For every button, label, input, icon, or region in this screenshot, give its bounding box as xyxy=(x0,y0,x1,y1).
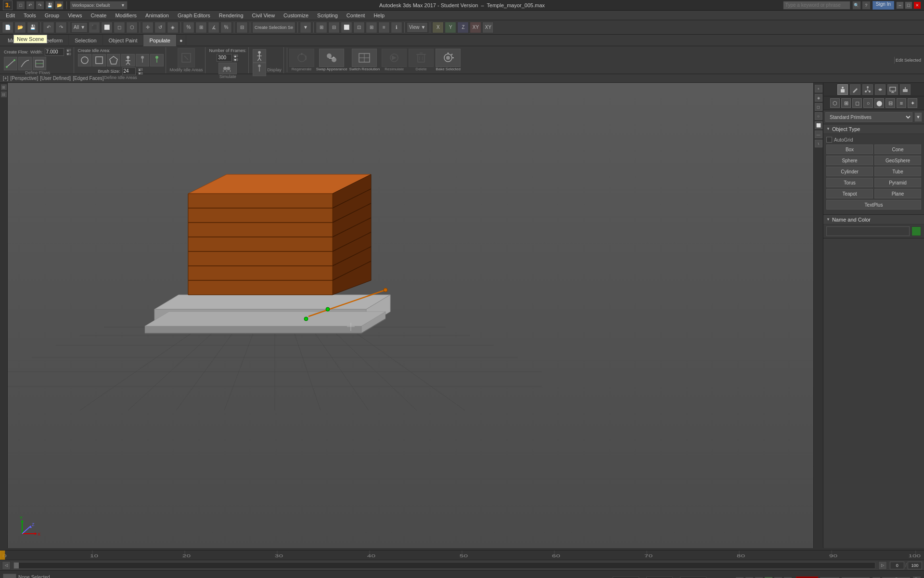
select-obj-btn[interactable]: ⬛ xyxy=(89,22,100,33)
tab-object-paint[interactable]: Object Paint xyxy=(103,35,144,46)
right-strip-btn2[interactable]: ◈ xyxy=(815,94,822,102)
display-btn1[interactable] xyxy=(253,49,266,63)
help-btn[interactable]: ? xyxy=(862,1,871,10)
menu-animation[interactable]: Animation xyxy=(141,11,173,20)
menu-help[interactable]: Help xyxy=(370,11,388,20)
geom-type-4[interactable]: ○ xyxy=(863,98,873,108)
z-axis-btn[interactable]: Z xyxy=(457,22,469,33)
bake-selected-btn[interactable] xyxy=(436,49,461,67)
select-lasso-btn[interactable]: ◻ xyxy=(114,22,125,33)
obj-btn-teapot[interactable]: Teapot xyxy=(826,189,873,198)
y-axis-btn[interactable]: Y xyxy=(445,22,456,33)
play-fwd-btn[interactable]: ▷ xyxy=(764,577,773,578)
idle-rect-btn[interactable] xyxy=(92,54,106,66)
geom-type-3[interactable]: ◻ xyxy=(852,98,862,108)
z-value[interactable]: 0.0m xyxy=(680,577,706,578)
left-icon-1[interactable]: ⊞ xyxy=(0,84,7,91)
sign-in-button[interactable]: Sign In xyxy=(873,1,894,10)
brush-spin-down[interactable]: ▼ xyxy=(138,71,143,75)
frames-spin-up[interactable]: ▲ xyxy=(233,54,239,58)
layer2-btn[interactable]: ⊟ xyxy=(328,22,340,33)
play-back-btn[interactable]: ◁ xyxy=(755,577,763,578)
selected-dropdown[interactable]: Selected ▼ xyxy=(841,577,870,578)
close-button[interactable]: ✕ xyxy=(913,1,921,9)
yz-btn[interactable]: XY xyxy=(482,22,494,33)
percent-btn[interactable]: % xyxy=(183,22,194,33)
width-spin-down[interactable]: ▼ xyxy=(66,52,72,56)
selection-filter-dropdown[interactable]: All ▼ xyxy=(71,22,88,33)
menu-scripting[interactable]: Scripting xyxy=(313,11,342,20)
cmd-tab-hierarchy[interactable] xyxy=(862,84,873,95)
workspace-dropdown[interactable]: Workspace: Default ▼ xyxy=(70,1,128,10)
scale-btn[interactable]: ◈ xyxy=(167,22,179,33)
menu-content[interactable]: Content xyxy=(343,11,369,20)
y-value[interactable]: 223.343m xyxy=(646,577,673,578)
object-type-header[interactable]: Object Type xyxy=(823,124,924,134)
name-color-header[interactable]: Name and Color xyxy=(823,215,924,224)
create-flow-edit-btn[interactable] xyxy=(33,57,46,70)
set-key-btn[interactable]: Set Key xyxy=(820,577,840,578)
obj-btn-box[interactable]: Box xyxy=(826,144,873,154)
timeline-right-btn[interactable]: ▷ xyxy=(878,561,887,570)
ribbon-btn[interactable]: ≡ xyxy=(378,22,390,33)
quick-access-new[interactable]: □ xyxy=(16,1,25,10)
layer-btn[interactable]: ⊞ xyxy=(316,22,327,33)
obj-btn-tube[interactable]: Tube xyxy=(874,167,921,176)
quick-access-save[interactable]: 💾 xyxy=(45,1,54,10)
frame-slider[interactable] xyxy=(13,562,875,569)
mini-m-icon[interactable]: M xyxy=(3,574,16,578)
tab-settings[interactable]: ● xyxy=(177,35,186,46)
cmd-tab-motion[interactable] xyxy=(875,84,886,95)
obj-btn-torus[interactable]: Torus xyxy=(826,178,873,187)
viewport-3d[interactable]: X Y Z + ◈ ◻ ○ ⬜ — \ xyxy=(8,83,823,548)
right-strip-btn7[interactable]: \ xyxy=(815,140,822,147)
x-value[interactable]: 340.914m xyxy=(613,577,639,578)
search-timeline-btn[interactable]: 🔍 xyxy=(912,576,921,578)
menu-views[interactable]: Views xyxy=(64,11,86,20)
quick-access-redo[interactable]: ↷ xyxy=(36,1,44,10)
standard-primitives-dropdown[interactable]: Standard Primitives xyxy=(825,112,912,122)
switch-resolution-btn[interactable] xyxy=(352,49,377,67)
geom-type-8[interactable]: ✦ xyxy=(908,98,917,108)
snap-btn[interactable]: ⊞ xyxy=(195,22,207,33)
brush-spin-up[interactable]: ▲ xyxy=(138,67,143,71)
idle-poly-btn[interactable] xyxy=(107,54,120,66)
simulate-btn[interactable] xyxy=(218,63,237,74)
new-scene-btn[interactable]: 📄 xyxy=(2,22,13,33)
x-axis-btn[interactable]: X xyxy=(432,22,444,33)
right-strip-btn6[interactable]: — xyxy=(815,131,822,138)
menu-graph-editors[interactable]: Graph Editors xyxy=(174,11,214,20)
open-btn[interactable]: 📂 xyxy=(14,22,26,33)
obj-btn-cylinder[interactable]: Cylinder xyxy=(826,167,873,176)
layer3-btn[interactable]: ⬜ xyxy=(341,22,352,33)
obj-btn-cone[interactable]: Cone xyxy=(874,144,921,154)
current-frame-input[interactable] xyxy=(890,562,904,569)
right-strip-btn1[interactable]: + xyxy=(815,85,822,92)
rotate-btn[interactable]: ↺ xyxy=(154,22,166,33)
key-filter-prev[interactable]: ◁ xyxy=(872,577,881,578)
right-strip-btn5[interactable]: ⬜ xyxy=(815,121,822,129)
object-name-input[interactable] xyxy=(826,226,910,236)
obj-btn-geosphere[interactable]: GeoSphere xyxy=(874,156,921,165)
tab-populate[interactable]: Populate xyxy=(143,35,176,46)
cmd-tab-display[interactable] xyxy=(887,84,898,95)
idle-figure3-btn[interactable] xyxy=(150,54,164,66)
idle-figure2-btn[interactable] xyxy=(136,54,149,66)
search-input[interactable] xyxy=(783,1,850,10)
geom-type-2[interactable]: ⊞ xyxy=(841,98,851,108)
menu-group[interactable]: Group xyxy=(41,11,64,20)
percent-snap-btn[interactable]: % xyxy=(220,22,232,33)
obj-btn-sphere[interactable]: Sphere xyxy=(826,156,873,165)
left-icon-2[interactable]: ⊟ xyxy=(0,91,7,98)
geom-type-7[interactable]: ≡ xyxy=(897,98,906,108)
geom-type-1[interactable]: ⬡ xyxy=(830,98,840,108)
quick-access-undo[interactable]: ↶ xyxy=(26,1,35,10)
mirror-btn[interactable]: ⊟ xyxy=(236,22,248,33)
width-input[interactable] xyxy=(45,48,64,56)
prev-key-btn[interactable]: ◁◁ xyxy=(745,577,754,578)
quick-access-open[interactable]: 📂 xyxy=(55,1,64,10)
menu-tools[interactable]: Tools xyxy=(20,11,40,20)
layer5-btn[interactable]: ⊞ xyxy=(366,22,377,33)
create-flow-line-btn[interactable] xyxy=(4,57,17,70)
info-btn[interactable]: ℹ xyxy=(391,22,402,33)
